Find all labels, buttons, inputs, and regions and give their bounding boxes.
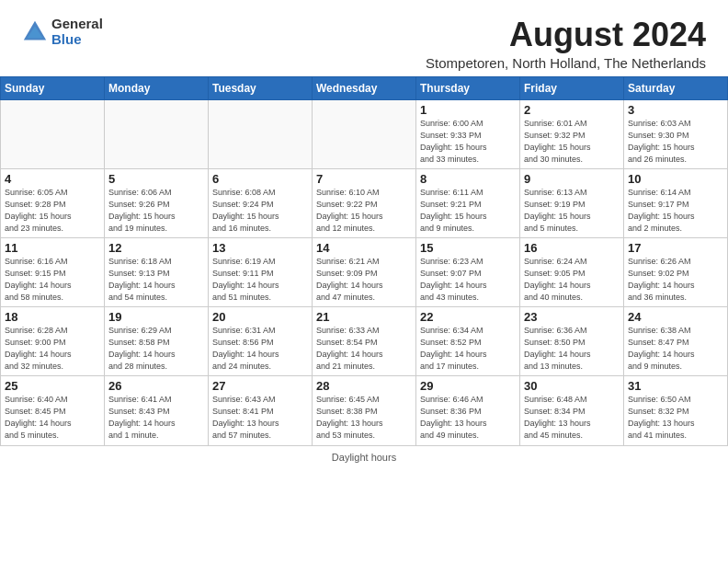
day-number: 20 — [212, 310, 308, 324]
table-row: 18Sunrise: 6:28 AM Sunset: 9:00 PM Dayli… — [1, 307, 105, 376]
day-info: Sunrise: 6:10 AM Sunset: 9:22 PM Dayligh… — [316, 187, 412, 235]
footer-note-text: Daylight hours — [332, 452, 396, 463]
day-info: Sunrise: 6:33 AM Sunset: 8:54 PM Dayligh… — [316, 325, 412, 373]
day-number: 10 — [628, 172, 723, 186]
day-info: Sunrise: 6:29 AM Sunset: 8:58 PM Dayligh… — [108, 325, 204, 373]
table-row: 12Sunrise: 6:18 AM Sunset: 9:13 PM Dayli… — [105, 237, 209, 306]
table-row: 30Sunrise: 6:48 AM Sunset: 8:34 PM Dayli… — [520, 376, 624, 445]
table-row: 27Sunrise: 6:43 AM Sunset: 8:41 PM Dayli… — [209, 376, 313, 445]
day-info: Sunrise: 6:11 AM Sunset: 9:21 PM Dayligh… — [420, 187, 516, 235]
day-info: Sunrise: 6:14 AM Sunset: 9:17 PM Dayligh… — [628, 187, 723, 235]
day-number: 25 — [5, 379, 100, 393]
table-row: 22Sunrise: 6:34 AM Sunset: 8:52 PM Dayli… — [416, 307, 520, 376]
day-info: Sunrise: 6:06 AM Sunset: 9:26 PM Dayligh… — [108, 187, 204, 235]
day-number: 16 — [524, 241, 620, 255]
day-info: Sunrise: 6:28 AM Sunset: 9:00 PM Dayligh… — [5, 325, 100, 373]
logo-icon — [22, 19, 48, 45]
table-row: 1Sunrise: 6:00 AM Sunset: 9:33 PM Daylig… — [416, 99, 520, 168]
day-number: 17 — [628, 241, 723, 255]
day-number: 8 — [420, 172, 516, 186]
day-info: Sunrise: 6:13 AM Sunset: 9:19 PM Dayligh… — [524, 187, 620, 235]
day-number: 5 — [108, 172, 204, 186]
table-row: 19Sunrise: 6:29 AM Sunset: 8:58 PM Dayli… — [105, 307, 209, 376]
day-number: 6 — [212, 172, 308, 186]
calendar-week-row: 4Sunrise: 6:05 AM Sunset: 9:28 PM Daylig… — [1, 168, 728, 237]
header-tuesday: Tuesday — [209, 76, 313, 99]
table-row: 23Sunrise: 6:36 AM Sunset: 8:50 PM Dayli… — [520, 307, 624, 376]
table-row — [313, 99, 416, 168]
table-row: 21Sunrise: 6:33 AM Sunset: 8:54 PM Dayli… — [313, 307, 416, 376]
day-number: 31 — [628, 379, 723, 393]
calendar-table: Sunday Monday Tuesday Wednesday Thursday… — [0, 76, 728, 446]
table-row: 25Sunrise: 6:40 AM Sunset: 8:45 PM Dayli… — [1, 376, 105, 445]
day-info: Sunrise: 6:24 AM Sunset: 9:05 PM Dayligh… — [524, 256, 620, 304]
day-number: 1 — [420, 103, 516, 117]
table-row — [209, 99, 313, 168]
header-thursday: Thursday — [416, 76, 520, 99]
calendar-header-row: Sunday Monday Tuesday Wednesday Thursday… — [1, 76, 728, 99]
day-number: 24 — [628, 310, 723, 324]
day-number: 23 — [524, 310, 620, 324]
logo-general-text: General — [51, 17, 103, 32]
table-row — [105, 99, 209, 168]
logo: General Blue — [22, 17, 103, 47]
calendar-week-row: 25Sunrise: 6:40 AM Sunset: 8:45 PM Dayli… — [1, 376, 728, 445]
day-info: Sunrise: 6:05 AM Sunset: 9:28 PM Dayligh… — [5, 187, 100, 235]
day-info: Sunrise: 6:43 AM Sunset: 8:41 PM Dayligh… — [212, 394, 308, 442]
table-row: 11Sunrise: 6:16 AM Sunset: 9:15 PM Dayli… — [1, 237, 105, 306]
table-row: 29Sunrise: 6:46 AM Sunset: 8:36 PM Dayli… — [416, 376, 520, 445]
day-number: 26 — [108, 379, 204, 393]
day-info: Sunrise: 6:01 AM Sunset: 9:32 PM Dayligh… — [524, 118, 620, 166]
day-number: 21 — [316, 310, 412, 324]
header-wednesday: Wednesday — [313, 76, 416, 99]
day-info: Sunrise: 6:34 AM Sunset: 8:52 PM Dayligh… — [420, 325, 516, 373]
day-number: 4 — [5, 172, 100, 186]
header-sunday: Sunday — [1, 76, 105, 99]
table-row: 15Sunrise: 6:23 AM Sunset: 9:07 PM Dayli… — [416, 237, 520, 306]
day-info: Sunrise: 6:50 AM Sunset: 8:32 PM Dayligh… — [628, 394, 723, 442]
day-info: Sunrise: 6:46 AM Sunset: 8:36 PM Dayligh… — [420, 394, 516, 442]
day-number: 27 — [212, 379, 308, 393]
logo-text: General Blue — [51, 17, 103, 47]
month-year-title: August 2024 — [426, 17, 706, 53]
header-friday: Friday — [520, 76, 624, 99]
day-info: Sunrise: 6:38 AM Sunset: 8:47 PM Dayligh… — [628, 325, 723, 373]
header-saturday: Saturday — [624, 76, 728, 99]
table-row: 24Sunrise: 6:38 AM Sunset: 8:47 PM Dayli… — [624, 307, 728, 376]
page-header: General Blue August 2024 Stompetoren, No… — [0, 0, 728, 76]
table-row: 6Sunrise: 6:08 AM Sunset: 9:24 PM Daylig… — [209, 168, 313, 237]
location-subtitle: Stompetoren, North Holland, The Netherla… — [426, 55, 706, 71]
table-row: 5Sunrise: 6:06 AM Sunset: 9:26 PM Daylig… — [105, 168, 209, 237]
table-row: 31Sunrise: 6:50 AM Sunset: 8:32 PM Dayli… — [624, 376, 728, 445]
table-row — [1, 99, 105, 168]
table-row: 4Sunrise: 6:05 AM Sunset: 9:28 PM Daylig… — [1, 168, 105, 237]
day-info: Sunrise: 6:03 AM Sunset: 9:30 PM Dayligh… — [628, 118, 723, 166]
day-info: Sunrise: 6:23 AM Sunset: 9:07 PM Dayligh… — [420, 256, 516, 304]
table-row: 17Sunrise: 6:26 AM Sunset: 9:02 PM Dayli… — [624, 237, 728, 306]
table-row: 2Sunrise: 6:01 AM Sunset: 9:32 PM Daylig… — [520, 99, 624, 168]
day-info: Sunrise: 6:19 AM Sunset: 9:11 PM Dayligh… — [212, 256, 308, 304]
day-number: 11 — [5, 241, 100, 255]
day-info: Sunrise: 6:48 AM Sunset: 8:34 PM Dayligh… — [524, 394, 620, 442]
table-row: 16Sunrise: 6:24 AM Sunset: 9:05 PM Dayli… — [520, 237, 624, 306]
day-info: Sunrise: 6:00 AM Sunset: 9:33 PM Dayligh… — [420, 118, 516, 166]
day-info: Sunrise: 6:31 AM Sunset: 8:56 PM Dayligh… — [212, 325, 308, 373]
footer-note: Daylight hours — [0, 446, 728, 466]
day-info: Sunrise: 6:41 AM Sunset: 8:43 PM Dayligh… — [108, 394, 204, 442]
header-monday: Monday — [105, 76, 209, 99]
day-info: Sunrise: 6:21 AM Sunset: 9:09 PM Dayligh… — [316, 256, 412, 304]
table-row: 10Sunrise: 6:14 AM Sunset: 9:17 PM Dayli… — [624, 168, 728, 237]
day-number: 13 — [212, 241, 308, 255]
day-number: 12 — [108, 241, 204, 255]
table-row: 13Sunrise: 6:19 AM Sunset: 9:11 PM Dayli… — [209, 237, 313, 306]
table-row: 8Sunrise: 6:11 AM Sunset: 9:21 PM Daylig… — [416, 168, 520, 237]
table-row: 14Sunrise: 6:21 AM Sunset: 9:09 PM Dayli… — [313, 237, 416, 306]
table-row: 3Sunrise: 6:03 AM Sunset: 9:30 PM Daylig… — [624, 99, 728, 168]
day-number: 7 — [316, 172, 412, 186]
day-number: 3 — [628, 103, 723, 117]
day-info: Sunrise: 6:45 AM Sunset: 8:38 PM Dayligh… — [316, 394, 412, 442]
table-row: 26Sunrise: 6:41 AM Sunset: 8:43 PM Dayli… — [105, 376, 209, 445]
calendar-week-row: 11Sunrise: 6:16 AM Sunset: 9:15 PM Dayli… — [1, 237, 728, 306]
day-number: 29 — [420, 379, 516, 393]
day-info: Sunrise: 6:26 AM Sunset: 9:02 PM Dayligh… — [628, 256, 723, 304]
